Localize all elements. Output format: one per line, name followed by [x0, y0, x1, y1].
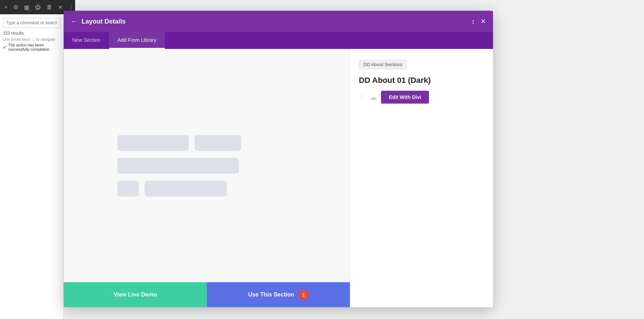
- modal-header-left: ← Layout Details: [71, 18, 126, 25]
- nav-hint: Use arrow keys ↑↓ to navigate: [3, 37, 60, 41]
- view-live-demo-button[interactable]: View Live Demo: [64, 282, 207, 307]
- mockup-row-2: [117, 158, 296, 174]
- results-count: 153 results: [3, 31, 60, 36]
- modal-header-right: ↕ ✕: [472, 18, 486, 25]
- use-this-section-button[interactable]: Use This Section 1: [207, 282, 350, 307]
- section-title: DD About 01 (Dark): [359, 76, 484, 85]
- tab-add-from-library[interactable]: Add From Library: [109, 32, 165, 49]
- action-success: ✔ The action has been successfully compl…: [3, 43, 60, 51]
- close-toolbar-icon[interactable]: ✕: [58, 4, 63, 11]
- mockup-block: [117, 158, 239, 174]
- trash-icon[interactable]: 🗑: [47, 4, 52, 10]
- mockup-block: [117, 135, 189, 151]
- category-badge: DD About Sections: [359, 60, 407, 69]
- layout-details-modal: ← Layout Details ↕ ✕ New Section Add Fro…: [64, 11, 493, 307]
- more-icon[interactable]: ⋮: [68, 4, 74, 11]
- info-pane: DD About Sections DD About 01 (Dark) ♡ ☁…: [350, 49, 493, 307]
- preview-footer: View Live Demo Use This Section 1: [64, 282, 350, 307]
- section-actions-row: ♡ ☁ Edit With Divi: [359, 91, 484, 104]
- heart-icon[interactable]: ♡: [359, 93, 365, 101]
- preview-pane: View Live Demo Use This Section 1: [64, 49, 350, 307]
- back-arrow-icon[interactable]: ←: [71, 18, 77, 25]
- edit-with-divi-button[interactable]: Edit With Divi: [381, 91, 429, 104]
- preview-content: [64, 49, 350, 282]
- settings-icon[interactable]: ⚙: [13, 4, 18, 11]
- sidebar: 153 results Use arrow keys ↑↓ to navigat…: [0, 14, 64, 319]
- mockup-block: [117, 181, 139, 196]
- mockup-block: [195, 135, 241, 151]
- use-section-badge: 1: [298, 290, 308, 300]
- modal-tabs: New Section Add From Library: [64, 32, 493, 49]
- mockup-row-3: [117, 181, 296, 196]
- modal-body: View Live Demo Use This Section 1 DD Abo…: [64, 49, 493, 307]
- mockup-row-1: [117, 135, 296, 151]
- tab-new-section[interactable]: New Section: [64, 32, 109, 49]
- add-icon[interactable]: +: [4, 4, 8, 10]
- search-input[interactable]: [3, 18, 60, 28]
- check-icon: ✔: [3, 45, 7, 50]
- power-icon[interactable]: ⏻: [35, 4, 41, 10]
- cloud-icon[interactable]: ☁: [370, 93, 377, 101]
- layout-icon[interactable]: ▦: [24, 4, 29, 11]
- sort-icon[interactable]: ↕: [472, 18, 475, 25]
- modal-header: ← Layout Details ↕ ✕: [64, 11, 493, 32]
- modal-title: Layout Details: [82, 18, 126, 25]
- preview-mockup: [117, 135, 296, 196]
- mockup-block: [145, 181, 227, 196]
- close-modal-icon[interactable]: ✕: [480, 18, 486, 25]
